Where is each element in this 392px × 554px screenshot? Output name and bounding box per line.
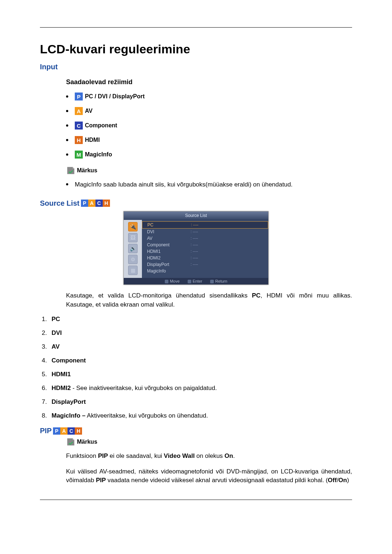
mode-item-component: C Component	[66, 122, 352, 130]
osd-footer: Move Enter Return	[124, 278, 268, 284]
p-icon: P	[53, 427, 60, 435]
a-icon: A	[60, 427, 68, 435]
bullet-icon	[66, 139, 68, 141]
osd-row-magicinfo: MagicInfo	[142, 268, 268, 274]
list-item: MagicInfo – Aktiveeritakse, kui võrgubok…	[49, 412, 352, 419]
osd-side-icon-input: 🔌	[128, 222, 138, 231]
top-rule	[40, 27, 352, 28]
mode-item-magicinfo: M MagicInfo	[66, 151, 352, 159]
pip-description-paragraph: Kui välised AV-seadmed, näiteks videomag…	[40, 467, 352, 485]
modes-heading: Saadaolevad režiimid	[40, 78, 352, 86]
bullet-icon	[66, 124, 68, 127]
source-list-heading: Source List P A C H	[40, 199, 352, 208]
osd-footer-return: Return	[210, 279, 227, 283]
osd-panel: Source List 🔌 🖼 🔊 ⚙ ▦ PC: ---- DVI: ----…	[123, 211, 269, 285]
bullet-icon	[66, 110, 68, 112]
mode-item-hdmi: H HDMI	[66, 136, 352, 144]
bullet-icon	[66, 153, 68, 156]
list-item: DVI	[49, 329, 352, 337]
osd-row-hdmi2: HDMI2: ----	[142, 255, 268, 261]
note-item: MagicInfo saab lubada ainult siis, kui v…	[66, 180, 352, 189]
mode-label: AV	[85, 108, 93, 114]
list-item: DisplayPort	[49, 398, 352, 406]
mode-label: PC / DVI / DisplayPort	[85, 93, 144, 100]
source-list-label: Source List	[40, 199, 79, 208]
p-icon: P	[75, 93, 83, 100]
osd-body: 🔌 🖼 🔊 ⚙ ▦ PC: ---- DVI: ---- AV: ---- Co…	[124, 220, 268, 278]
osd-row-component: Component: ----	[142, 242, 268, 248]
a-icon: A	[75, 107, 83, 115]
osd-row-dvi: DVI: ----	[142, 229, 268, 235]
osd-title: Source List	[124, 212, 268, 220]
source-paragraph: Kasutage, et valida LCD-monitoriga ühend…	[40, 291, 352, 309]
note-list: MagicInfo saab lubada ainult siis, kui v…	[40, 180, 352, 189]
p-icon: P	[81, 200, 88, 207]
note-text: MagicInfo saab lubada ainult siis, kui v…	[75, 180, 293, 189]
osd-side-icons: 🔌 🖼 🔊 ⚙ ▦	[124, 220, 142, 278]
mode-label: MagicInfo	[85, 151, 112, 158]
input-heading: Input	[40, 63, 352, 71]
list-item: Component	[49, 357, 352, 364]
mode-item-pc: P PC / DVI / DisplayPort	[66, 93, 352, 100]
note-label: Märkus	[77, 439, 97, 445]
note-icon	[66, 437, 75, 447]
h-icon: H	[103, 200, 110, 207]
c-icon: C	[95, 200, 103, 207]
pip-heading: PIP P A C H	[40, 427, 352, 435]
osd-footer-move: Move	[165, 279, 180, 283]
mode-label: HDMI	[85, 137, 100, 143]
osd-list: PC: ---- DVI: ---- AV: ---- Component: -…	[142, 220, 268, 278]
osd-row-pc: PC: ----	[142, 221, 268, 229]
osd-side-icon-setup: ⚙	[128, 255, 138, 264]
mode-label: Component	[85, 122, 117, 129]
h-icon: H	[75, 427, 82, 435]
osd-side-icon-sound: 🔊	[128, 244, 138, 253]
note-heading: Märkus	[40, 166, 352, 175]
list-item: AV	[49, 343, 352, 350]
bottom-rule	[40, 500, 352, 500]
m-icon: M	[75, 151, 83, 159]
list-item: HDMI2 - See inaktiveeritakse, kui võrgub…	[49, 385, 352, 392]
pip-label: PIP	[40, 427, 52, 435]
list-item: PC	[49, 316, 352, 323]
list-item: HDMI1	[49, 371, 352, 378]
bullet-icon	[66, 183, 68, 185]
osd-row-hdmi1: HDMI1: ----	[142, 248, 268, 255]
osd-side-icon-picture: 🖼	[128, 233, 138, 242]
a-icon: A	[88, 200, 95, 207]
pip-note-heading: Märkus	[40, 437, 352, 447]
osd-side-icon-multi: ▦	[128, 266, 138, 275]
osd-footer-enter: Enter	[188, 279, 202, 283]
pip-note-paragraph: Funktsioon PIP ei ole saadaval, kui Vide…	[40, 452, 352, 461]
mode-item-av: A AV	[66, 107, 352, 115]
note-label: Märkus	[77, 167, 97, 174]
note-icon	[66, 166, 75, 175]
osd-row-displayport: DisplayPort: ----	[142, 261, 268, 268]
c-icon: C	[75, 122, 83, 130]
c-icon: C	[68, 427, 75, 435]
bullet-icon	[66, 95, 68, 98]
osd-row-av: AV: ----	[142, 235, 268, 242]
modes-list: P PC / DVI / DisplayPort A AV C Componen…	[40, 93, 352, 159]
source-ordered-list: PC DVI AV Component HDMI1 HDMI2 - See in…	[40, 316, 352, 419]
h-icon: H	[75, 136, 83, 144]
page-title: LCD-kuvari reguleerimine	[40, 42, 352, 56]
